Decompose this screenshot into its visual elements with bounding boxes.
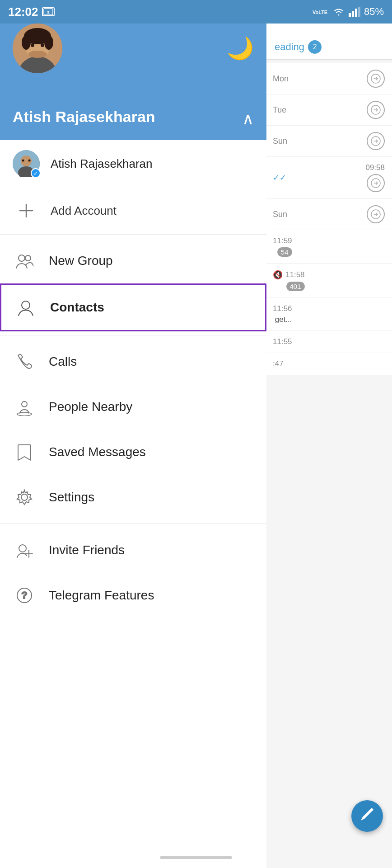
- svg-rect-6: [358, 7, 360, 17]
- menu-label-saved-messages: Saved Messages: [49, 445, 146, 459]
- chat-list-item[interactable]: 11:55: [266, 331, 392, 353]
- current-account-item[interactable]: ✓ Atish Rajasekharan: [0, 140, 266, 187]
- svg-rect-3: [349, 13, 351, 17]
- account-avatar: ✓: [13, 150, 40, 177]
- svg-point-33: [17, 412, 32, 416]
- chat-time: :47: [273, 359, 284, 368]
- add-account-item[interactable]: Add Account: [0, 187, 266, 234]
- mute-icon: 🔇: [273, 270, 283, 280]
- menu-label-new-group: New Group: [49, 254, 113, 268]
- svg-text:VoLTE: VoLTE: [313, 9, 327, 15]
- navigation-drawer: 🌙 Atish Rajasekharan ∧ ✓: [0, 0, 266, 868]
- chat-list-item[interactable]: ✓✓ 09:58: [266, 157, 392, 199]
- status-bar: 12:02 Ξ VoLTE 85%: [0, 0, 392, 24]
- wifi-icon: [332, 7, 345, 17]
- chat-list-item[interactable]: Sun: [266, 126, 392, 157]
- chat-list-item[interactable]: 11:56 get...: [266, 298, 392, 331]
- contacts-icon: [14, 296, 37, 319]
- profile-avatar[interactable]: [13, 24, 62, 73]
- add-account-icon: [13, 197, 40, 224]
- chat-time: 11:56: [273, 304, 292, 313]
- chat-day: Sun: [273, 210, 287, 219]
- compose-fab[interactable]: [351, 800, 383, 832]
- chat-time: 09:58: [365, 163, 385, 172]
- unread-count: 2: [308, 40, 322, 54]
- menu-item-people-nearby[interactable]: People Nearby: [0, 384, 266, 429]
- chat-list-item[interactable]: :47: [266, 353, 392, 375]
- expand-accounts-icon[interactable]: ∧: [242, 109, 254, 128]
- drawer-name-row: Atish Rajasekharan ∧: [13, 108, 254, 129]
- chat-list-item[interactable]: 🔇 11:58 401: [266, 264, 392, 298]
- chat-day: Tue: [273, 105, 286, 115]
- menu-item-contacts[interactable]: Contacts: [0, 283, 266, 331]
- svg-point-31: [22, 301, 30, 309]
- menu-item-settings[interactable]: Settings: [0, 475, 266, 520]
- svg-point-32: [22, 401, 27, 407]
- chat-meta: 🔇 11:58 401: [273, 270, 305, 291]
- svg-point-25: [22, 160, 24, 162]
- home-indicator: [160, 856, 232, 859]
- reading-badge: eading 2: [275, 40, 322, 54]
- menu-item-new-group[interactable]: New Group: [0, 238, 266, 283]
- svg-point-18: [44, 35, 53, 50]
- svg-point-26: [28, 160, 31, 162]
- chat-list-item[interactable]: Tue: [266, 94, 392, 126]
- edit-icon: [359, 806, 375, 826]
- menu-item-calls[interactable]: Calls: [0, 339, 266, 384]
- svg-point-17: [22, 35, 31, 50]
- chat-meta: :47: [273, 359, 284, 368]
- battery-text: 85%: [364, 6, 384, 18]
- menu-label-calls: Calls: [49, 354, 77, 369]
- menu-label-contacts: Contacts: [50, 300, 104, 315]
- chat-day: Sun: [273, 137, 287, 146]
- drawer-header-top: 🌙: [13, 24, 254, 73]
- add-account-label: Add Account: [51, 204, 117, 218]
- sim-icon: Ξ: [42, 7, 55, 16]
- chat-list-item[interactable]: Mon: [266, 63, 392, 94]
- settings-icon: [13, 486, 36, 509]
- svg-point-20: [41, 43, 44, 47]
- menu-label-people-nearby: People Nearby: [49, 400, 132, 414]
- user-name: Atish Rajasekharan: [13, 108, 155, 126]
- chat-list-items: Mon Tue Sun: [266, 60, 392, 375]
- verified-badge: ✓: [31, 168, 41, 178]
- chat-list-background: eading 2 Mon Tue: [266, 0, 392, 868]
- group-icon: [13, 249, 36, 273]
- svg-text:Ξ: Ξ: [47, 10, 49, 14]
- menu-item-saved-messages[interactable]: Saved Messages: [0, 429, 266, 475]
- drawer-body: ✓ Atish Rajasekharan Add Account: [0, 140, 266, 868]
- menu-section-2: Calls People Nearby: [0, 335, 266, 524]
- svg-text:?: ?: [21, 590, 27, 601]
- send-icon: [367, 205, 385, 223]
- status-bar-left: 12:02 Ξ: [8, 5, 55, 19]
- account-name: Atish Rajasekharan: [51, 157, 152, 171]
- telegram-features-icon: ?: [13, 584, 36, 607]
- menu-item-telegram-features[interactable]: ? Telegram Features: [0, 573, 266, 618]
- volte-icon: VoLTE: [313, 7, 329, 17]
- night-mode-icon[interactable]: 🌙: [227, 36, 254, 61]
- send-icon: [367, 132, 385, 150]
- svg-point-29: [19, 255, 25, 261]
- double-tick-icon: ✓✓: [273, 173, 286, 183]
- chat-list-item[interactable]: 11:59 54: [266, 230, 392, 264]
- chat-list-item[interactable]: Sun: [266, 199, 392, 230]
- chat-meta: 11:56 get...: [273, 304, 292, 324]
- chat-meta: 11:55: [273, 337, 292, 346]
- svg-point-21: [28, 51, 47, 58]
- account-section: ✓ Atish Rajasekharan Add Account: [0, 140, 266, 235]
- people-nearby-icon: [13, 395, 36, 419]
- menu-label-settings: Settings: [49, 490, 94, 505]
- menu-item-invite-friends[interactable]: Invite Friends: [0, 528, 266, 573]
- status-time: 12:02: [8, 5, 38, 19]
- calls-icon: [13, 350, 36, 373]
- svg-point-19: [31, 43, 34, 47]
- menu-label-invite-friends: Invite Friends: [49, 543, 125, 557]
- chat-meta: 11:59 54: [273, 236, 292, 257]
- svg-rect-4: [352, 11, 354, 17]
- chat-time: 11:58: [285, 270, 305, 279]
- saved-messages-icon: [13, 440, 36, 464]
- signal-icon: [349, 7, 360, 17]
- unread-badge: 401: [286, 282, 305, 291]
- unread-badge: 54: [277, 247, 292, 257]
- menu-section-bottom: Invite Friends ? Telegram Features: [0, 524, 266, 622]
